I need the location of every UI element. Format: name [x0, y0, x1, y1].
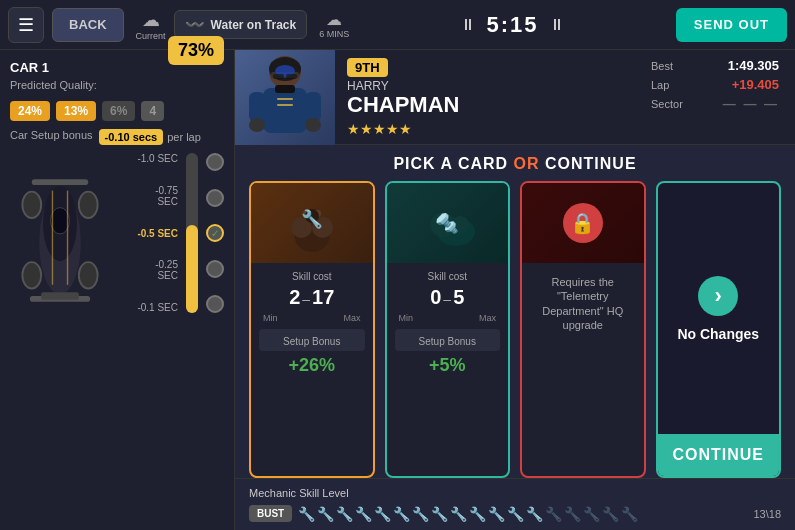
card-1-skill-max: 17 [312, 286, 334, 309]
per-lap-label: per lap [167, 131, 201, 143]
continue-button[interactable]: CONTINUE [658, 434, 780, 476]
send-out-button[interactable]: SEND OUT [676, 8, 787, 42]
position-badge: 9TH [347, 58, 388, 77]
card-4-no-changes[interactable]: › No Changes CONTINUE [656, 181, 782, 478]
driver-lastname: CHAPMAN [347, 93, 623, 117]
slider-dot-0[interactable] [206, 153, 224, 171]
slider-dot-2[interactable]: ✓ [206, 224, 224, 242]
wrench-4: 🔧 [355, 506, 372, 522]
car-image [10, 153, 130, 313]
svg-point-22 [305, 118, 321, 132]
wrench-6: 🔧 [393, 506, 410, 522]
card-1-min-label: Min [263, 313, 278, 323]
send-out-label: SEND OUT [694, 17, 769, 32]
slider-dot-4[interactable] [206, 295, 224, 313]
mechanic-skill-row: BUST 🔧 🔧 🔧 🔧 🔧 🔧 🔧 🔧 🔧 🔧 🔧 🔧 🔧 [249, 505, 781, 522]
wrench-18: 🔧 [621, 506, 638, 522]
card-1-skill-min: 2 [289, 286, 300, 309]
driver-stars: ★★★★★ [347, 121, 623, 137]
pick-text-before: PICK A CARD [393, 155, 508, 172]
quality-badge: 73% [168, 36, 224, 65]
svg-rect-4 [41, 292, 79, 300]
card-2-setup-bonus-text: Setup Bonus [419, 336, 476, 347]
weather-track: 〰️ Water on Track [174, 10, 308, 39]
stat-badge-1: 13% [56, 101, 96, 121]
wrench-16: 🔧 [583, 506, 600, 522]
svg-rect-25 [273, 74, 284, 79]
card-3[interactable]: 🔒 Requires the "Telemetry Department" HQ… [520, 181, 646, 478]
mechanic-skill-section: Mechanic Skill Level BUST 🔧 🔧 🔧 🔧 🔧 🔧 🔧 … [235, 478, 795, 530]
slider-dot-1[interactable] [206, 189, 224, 207]
weather-track-label: Water on Track [211, 18, 297, 32]
card-1-svg: 🔧 [277, 188, 347, 258]
card-2-svg: 🔩 [412, 188, 482, 258]
svg-text:🔧: 🔧 [301, 208, 323, 230]
svg-rect-19 [249, 92, 265, 122]
svg-point-7 [22, 262, 41, 288]
card-2-skill-label: Skill cost [395, 271, 501, 282]
card-1-setup-bonus-text: Setup Bonus [283, 336, 340, 347]
wrench-9: 🔧 [450, 506, 467, 522]
card-1-body: Skill cost 2 – 17 Min Max Setup Bonus +2… [251, 263, 373, 476]
card-2-skill-min: 0 [430, 286, 441, 309]
card-2[interactable]: 🔩 Skill cost 0 – 5 Min Max Setu [385, 181, 511, 478]
pause-button-right[interactable]: ⏸ [549, 16, 565, 34]
card-1[interactable]: 🔧 Skill cost 2 – 17 Min Max Set [249, 181, 375, 478]
wrench-17: 🔧 [602, 506, 619, 522]
lap-label: Lap [651, 79, 669, 91]
weather-next: ☁ 6 MINS [319, 10, 349, 39]
weather-current: ☁ Current [136, 9, 166, 41]
stat-badge-0: 24% [10, 101, 50, 121]
card-1-skill-label: Skill cost [259, 271, 365, 282]
top-nav: ☰ BACK ☁ Current 〰️ Water on Track ☁ 6 M… [0, 0, 795, 50]
card-2-body: Skill cost 0 – 5 Min Max Setup Bonus +5% [387, 263, 509, 476]
card-3-body: Requires the "Telemetry Department" HQ u… [522, 263, 644, 476]
main-content: CAR 1 Predicted Quality: 73% 24% 13% 6% … [0, 50, 795, 530]
best-label: Best [651, 60, 673, 72]
wrench-5: 🔧 [374, 506, 391, 522]
bust-badge: BUST [249, 505, 292, 522]
svg-point-21 [249, 118, 265, 132]
slider-label-1: -0.75 SEC [134, 185, 178, 207]
pause-button-left[interactable]: ⏸ [460, 16, 476, 34]
card-2-bonus-label: Setup Bonus [395, 329, 501, 351]
card-1-max-label: Max [343, 313, 360, 323]
card-2-image: 🔩 [387, 183, 509, 263]
skill-count: 13\18 [753, 508, 781, 520]
card-3-image: 🔒 [522, 183, 644, 263]
card-1-image: 🔧 [251, 183, 373, 263]
padlock-icon: 🔒 [570, 211, 595, 235]
card-2-dash: – [443, 291, 451, 307]
wrench-11: 🔧 [488, 506, 505, 522]
back-button[interactable]: BACK [52, 8, 124, 42]
card-2-skill-max: 5 [453, 286, 464, 309]
menu-button[interactable]: ☰ [8, 7, 44, 43]
continue-arrow-icon: › [698, 276, 738, 316]
wrench-2: 🔧 [317, 506, 334, 522]
car-title: CAR 1 [10, 60, 97, 75]
mechanic-skill-label: Mechanic Skill Level [249, 487, 781, 499]
driver-info: 9TH HARRY CHAPMAN ★★★★★ [335, 50, 635, 144]
slider-label-3: -0.25 SEC [134, 259, 178, 281]
svg-rect-18 [275, 85, 295, 93]
pick-card-header: PICK A CARD OR CONTINUE [235, 145, 795, 181]
card-1-dash: – [302, 291, 310, 307]
best-stat-row: Best 1:49.305 [651, 58, 779, 73]
water-track-icon: 〰️ [185, 15, 205, 34]
card-2-bonus-value: +5% [395, 355, 501, 376]
wrench-15: 🔧 [564, 506, 581, 522]
svg-rect-2 [32, 179, 88, 185]
left-panel: CAR 1 Predicted Quality: 73% 24% 13% 6% … [0, 50, 235, 530]
lap-value: +19.405 [732, 77, 779, 92]
slider-dot-3[interactable] [206, 260, 224, 278]
car-svg [10, 153, 110, 313]
wrench-13: 🔧 [526, 506, 543, 522]
card-2-min-label: Min [399, 313, 414, 323]
setup-bonus-value: -0.10 secs [99, 129, 164, 145]
wrench-1: 🔧 [298, 506, 315, 522]
hamburger-icon: ☰ [18, 14, 34, 36]
weather-next-mins: 6 MINS [319, 29, 349, 39]
back-label: BACK [69, 17, 107, 32]
driver-header: 9TH HARRY CHAPMAN ★★★★★ Best 1:49.305 La… [235, 50, 795, 145]
setup-slider-bar[interactable] [186, 153, 198, 313]
